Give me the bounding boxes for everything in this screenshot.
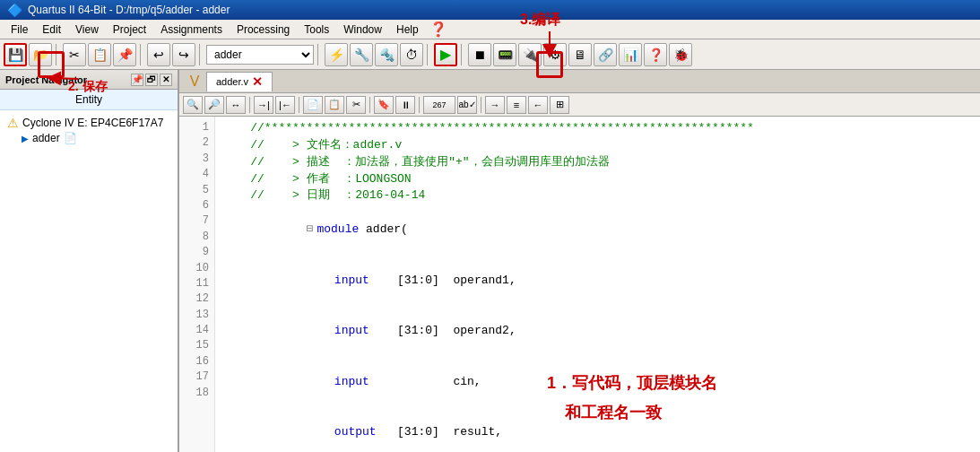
fit-button[interactable]: 🔩 xyxy=(375,43,398,66)
menu-assignments[interactable]: Assignments xyxy=(153,22,230,38)
code-editor[interactable]: 12345 678910 1112131415 161718 //*******… xyxy=(179,117,980,452)
help-toolbar-icon: ❓ xyxy=(648,48,663,62)
tab-filename: adder.v xyxy=(216,76,248,87)
device-label: Cyclone IV E: EP4CE6F17A7 xyxy=(22,117,163,129)
code-nav-btn[interactable]: ↔ xyxy=(226,96,246,114)
stop-button[interactable]: ⏹ xyxy=(468,43,491,66)
fit-icon: 🔩 xyxy=(379,48,395,62)
settings-icon: ⚙ xyxy=(550,48,561,62)
synthesize-button[interactable]: 🔧 xyxy=(350,43,373,66)
program-icon: 📟 xyxy=(498,48,513,62)
menu-view[interactable]: View xyxy=(68,22,106,38)
code-line-3: //**************************************… xyxy=(222,120,973,137)
save-icon: 💾 xyxy=(8,48,23,62)
play-icon: ▶ xyxy=(440,46,451,63)
outdent-btn[interactable]: |← xyxy=(275,96,295,114)
code-line-7: // > 日期 ：2016-04-14 xyxy=(222,187,973,204)
project-item[interactable]: ▶ adder 📄 xyxy=(4,132,174,144)
chip-icon: 🖥 xyxy=(574,48,586,62)
program-button[interactable]: 📟 xyxy=(493,43,516,66)
panel-header: Project Navigator 📌 🗗 ✕ xyxy=(0,70,178,90)
verilog-icon: V xyxy=(183,70,206,93)
paste-code-btn[interactable]: 📋 xyxy=(325,96,344,114)
entity-label: Entity xyxy=(0,90,178,110)
analyze-button[interactable]: ⚡ xyxy=(325,43,348,66)
code-search-btn[interactable]: 🔍 xyxy=(183,96,203,114)
code-toolbar: 🔍 🔎 ↔ →| |← 📄 📋 ✂ 🔖 ⏸ 267 ab✓ → ≡ ← xyxy=(179,93,980,117)
copy-icon: 📋 xyxy=(92,48,108,62)
bookmark-btn[interactable]: 🔖 xyxy=(374,96,394,114)
code-line-10: input [31:0] operand1, xyxy=(222,256,973,307)
toolbar: 💾 📂 ✂ 📋 📌 ↩ ↪ adder ⚡ 🔧 xyxy=(0,39,980,70)
timing-button[interactable]: ⏱ xyxy=(400,43,423,66)
sep5 xyxy=(427,44,430,65)
paste-button[interactable]: 📌 xyxy=(113,43,136,66)
code-line-4: // > 文件名：adder.v xyxy=(222,137,973,154)
restore-button[interactable]: 🗗 xyxy=(145,74,158,86)
title-bar: 🔷 Quartus II 64-Bit - D:/tmp/q5/adder - … xyxy=(0,0,980,20)
chip-button[interactable]: 🖥 xyxy=(568,43,592,66)
arrow-left-btn[interactable]: ← xyxy=(528,96,548,114)
expand-arrow: ▶ xyxy=(22,134,29,143)
arrow-right-btn[interactable]: → xyxy=(485,96,505,114)
menu-help[interactable]: Help xyxy=(389,22,426,38)
menu-project[interactable]: Project xyxy=(106,22,153,38)
line-numbers: 12345 678910 1112131415 161718 xyxy=(179,117,215,452)
undo-button[interactable]: ↩ xyxy=(147,43,170,66)
left-panel: Project Navigator 📌 🗗 ✕ Entity ⚠ Cyclone… xyxy=(0,70,179,452)
code-sep5 xyxy=(481,97,481,113)
app-icon: 🔷 xyxy=(7,3,22,17)
menu-tools[interactable]: Tools xyxy=(297,22,336,38)
redo-button[interactable]: ↪ xyxy=(172,43,195,66)
code-sep1 xyxy=(249,97,250,113)
breakpoint-btn[interactable]: ⏸ xyxy=(395,96,415,114)
logic-button[interactable]: 🔗 xyxy=(594,43,617,66)
code-sep4 xyxy=(419,97,420,113)
ip-button[interactable]: 🔌 xyxy=(518,43,542,66)
open-button[interactable]: 📂 xyxy=(29,43,52,66)
code-find-btn[interactable]: 🔎 xyxy=(204,96,224,114)
help-btn[interactable]: ❓ xyxy=(644,43,667,66)
cut-code-btn[interactable]: ✂ xyxy=(346,96,366,114)
save-button[interactable]: 💾 xyxy=(4,43,27,66)
menu-processing[interactable]: Processing xyxy=(230,22,297,38)
compile-start-button[interactable]: ▶ xyxy=(434,43,457,66)
menu-bar: File Edit View Project Assignments Proce… xyxy=(0,20,980,39)
extra-icon: 🐞 xyxy=(673,48,689,62)
code-content[interactable]: //**************************************… xyxy=(215,117,980,452)
indent-btn[interactable]: →| xyxy=(254,96,273,114)
menu-window[interactable]: Window xyxy=(336,22,389,38)
menu-file[interactable]: File xyxy=(4,22,35,38)
sep1 xyxy=(56,44,59,65)
pin-button[interactable]: 📌 xyxy=(131,74,143,86)
extra-btn[interactable]: 🐞 xyxy=(669,43,692,66)
menu-edit[interactable]: Edit xyxy=(35,22,68,38)
project-dropdown[interactable]: adder xyxy=(206,45,314,65)
copy-button[interactable]: 📋 xyxy=(88,43,111,66)
close-panel-button[interactable]: ✕ xyxy=(160,74,172,86)
project-label: adder xyxy=(32,132,60,144)
view-btn[interactable]: ⊞ xyxy=(550,96,569,114)
code-line-12: input cin, xyxy=(222,357,973,408)
block-btn[interactable]: ≡ xyxy=(507,96,526,114)
open-icon: 📂 xyxy=(33,48,48,62)
cut-button[interactable]: ✂ xyxy=(63,43,86,66)
help-icon: ❓ xyxy=(429,21,447,38)
code-line-5: // > 描述 ：加法器，直接使用"+"，会自动调用库里的加法器 xyxy=(222,154,973,171)
copy-code-btn[interactable]: 📄 xyxy=(303,96,323,114)
timing-icon: ⏱ xyxy=(405,48,418,62)
code-sep2 xyxy=(299,97,299,113)
synthesize-icon: 🔧 xyxy=(354,48,369,62)
abccheck-btn[interactable]: ab✓ xyxy=(457,96,477,114)
logic-icon: 🔗 xyxy=(598,48,613,62)
panel-title: Project Navigator xyxy=(5,74,87,85)
code-line-6: // > 作者 ：LOONGSON xyxy=(222,171,973,188)
sep3 xyxy=(199,44,203,65)
tab-close-button[interactable]: ✕ xyxy=(252,75,263,88)
file-tab[interactable]: adder.v ✕ xyxy=(206,72,273,91)
mgmt-icon: 📊 xyxy=(623,48,638,62)
linecount-btn[interactable]: 267 xyxy=(423,96,455,114)
settings-button[interactable]: ⚙ xyxy=(543,43,567,66)
mgmt-button[interactable]: 📊 xyxy=(619,43,642,66)
code-sep3 xyxy=(369,97,370,113)
